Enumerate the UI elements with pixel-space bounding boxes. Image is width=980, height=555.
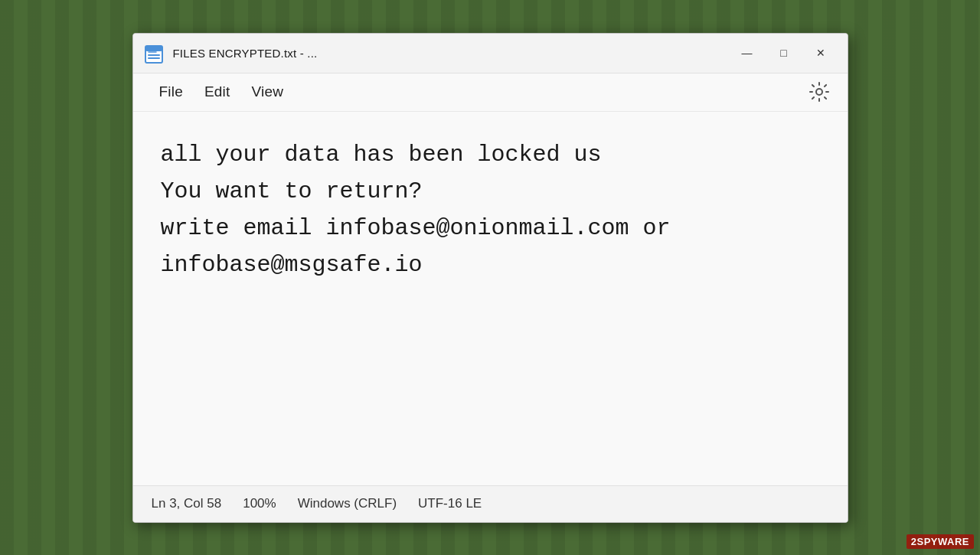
menu-file[interactable]: File xyxy=(149,79,194,105)
menu-bar: File Edit View xyxy=(133,73,848,112)
close-button[interactable]: ✕ xyxy=(803,41,838,65)
status-zoom: 100% xyxy=(243,496,297,511)
settings-icon[interactable] xyxy=(806,79,832,105)
text-area[interactable]: all your data has been locked us You wan… xyxy=(133,112,848,485)
title-bar: FILES ENCRYPTED.txt - ... — □ ✕ xyxy=(133,34,848,73)
menu-view[interactable]: View xyxy=(240,79,294,105)
window-title: FILES ENCRYPTED.txt - ... xyxy=(173,47,730,60)
status-line-ending: Windows (CRLF) xyxy=(298,496,418,511)
notepad-window: FILES ENCRYPTED.txt - ... — □ ✕ File Edi… xyxy=(132,33,848,523)
maximize-button[interactable]: □ xyxy=(766,41,802,65)
watermark: 2SPYWARE xyxy=(906,534,974,549)
editor-content: all your data has been locked us You wan… xyxy=(161,136,820,283)
window-controls: — □ ✕ xyxy=(730,41,838,65)
app-icon xyxy=(142,41,165,64)
status-encoding: UTF-16 LE xyxy=(418,496,503,511)
status-bar: Ln 3, Col 58 100% Windows (CRLF) UTF-16 … xyxy=(133,485,848,522)
menu-edit[interactable]: Edit xyxy=(194,79,241,105)
minimize-button[interactable]: — xyxy=(730,41,765,65)
svg-rect-1 xyxy=(145,46,162,51)
svg-point-5 xyxy=(816,89,822,95)
status-line-col: Ln 3, Col 58 xyxy=(152,496,243,511)
